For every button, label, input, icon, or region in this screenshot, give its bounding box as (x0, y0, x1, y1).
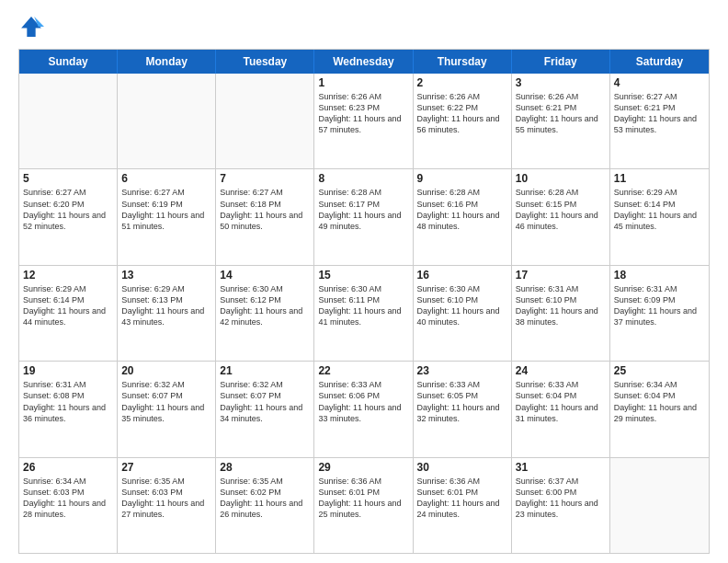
day-header-wednesday: Wednesday (314, 50, 413, 74)
logo (18, 14, 48, 40)
day-info: Sunrise: 6:30 AMSunset: 6:11 PMDaylight:… (318, 283, 408, 328)
day-info: Sunrise: 6:27 AMSunset: 6:20 PMDaylight:… (23, 187, 113, 232)
day-cell-19: 19Sunrise: 6:31 AMSunset: 6:08 PMDayligh… (19, 362, 118, 456)
day-number: 26 (23, 461, 113, 474)
header (18, 14, 710, 40)
day-info: Sunrise: 6:34 AMSunset: 6:04 PMDaylight:… (614, 379, 705, 424)
day-number: 12 (23, 269, 113, 282)
day-number: 27 (121, 461, 211, 474)
day-number: 17 (516, 269, 606, 282)
day-info: Sunrise: 6:28 AMSunset: 6:15 PMDaylight:… (516, 187, 606, 232)
day-number: 28 (220, 461, 310, 474)
day-cell-26: 26Sunrise: 6:34 AMSunset: 6:03 PMDayligh… (19, 458, 118, 553)
day-info: Sunrise: 6:26 AMSunset: 6:22 PMDaylight:… (417, 91, 507, 136)
day-info: Sunrise: 6:31 AMSunset: 6:08 PMDaylight:… (23, 379, 113, 424)
week-3: 12Sunrise: 6:29 AMSunset: 6:14 PMDayligh… (19, 265, 709, 361)
day-cell-8: 8Sunrise: 6:28 AMSunset: 6:17 PMDaylight… (314, 169, 413, 264)
weeks: 1Sunrise: 6:26 AMSunset: 6:23 PMDaylight… (19, 74, 709, 553)
day-header-thursday: Thursday (414, 50, 512, 74)
week-5: 26Sunrise: 6:34 AMSunset: 6:03 PMDayligh… (19, 457, 709, 553)
day-header-saturday: Saturday (610, 50, 709, 74)
week-1: 1Sunrise: 6:26 AMSunset: 6:23 PMDaylight… (19, 74, 709, 168)
day-cell-12: 12Sunrise: 6:29 AMSunset: 6:14 PMDayligh… (19, 266, 118, 361)
day-info: Sunrise: 6:27 AMSunset: 6:18 PMDaylight:… (220, 187, 310, 232)
day-cell-25: 25Sunrise: 6:34 AMSunset: 6:04 PMDayligh… (610, 362, 709, 456)
day-number: 4 (614, 76, 705, 89)
day-cell-9: 9Sunrise: 6:28 AMSunset: 6:16 PMDaylight… (414, 169, 512, 264)
day-number: 30 (417, 461, 507, 474)
day-number: 5 (23, 172, 113, 185)
day-number: 6 (121, 172, 211, 185)
day-cell-7: 7Sunrise: 6:27 AMSunset: 6:18 PMDaylight… (216, 169, 314, 264)
day-info: Sunrise: 6:26 AMSunset: 6:23 PMDaylight:… (318, 91, 408, 136)
day-number: 20 (121, 364, 211, 377)
day-number: 14 (220, 269, 310, 282)
day-number: 15 (318, 269, 408, 282)
logo-icon (18, 14, 44, 40)
day-number: 7 (220, 172, 310, 185)
day-number: 8 (318, 172, 408, 185)
day-info: Sunrise: 6:30 AMSunset: 6:10 PMDaylight:… (417, 283, 507, 328)
day-info: Sunrise: 6:33 AMSunset: 6:06 PMDaylight:… (318, 379, 408, 424)
day-cell-23: 23Sunrise: 6:33 AMSunset: 6:05 PMDayligh… (414, 362, 512, 456)
day-info: Sunrise: 6:32 AMSunset: 6:07 PMDaylight:… (220, 379, 310, 424)
day-cell-15: 15Sunrise: 6:30 AMSunset: 6:11 PMDayligh… (314, 266, 413, 361)
week-4: 19Sunrise: 6:31 AMSunset: 6:08 PMDayligh… (19, 361, 709, 456)
page: SundayMondayTuesdayWednesdayThursdayFrid… (0, 0, 728, 563)
day-cell-18: 18Sunrise: 6:31 AMSunset: 6:09 PMDayligh… (610, 266, 709, 361)
day-cell-11: 11Sunrise: 6:29 AMSunset: 6:14 PMDayligh… (610, 169, 709, 264)
day-cell-31: 31Sunrise: 6:37 AMSunset: 6:00 PMDayligh… (512, 458, 610, 553)
day-number: 2 (417, 76, 507, 89)
day-number: 19 (23, 364, 113, 377)
day-number: 23 (417, 364, 507, 377)
day-cell-14: 14Sunrise: 6:30 AMSunset: 6:12 PMDayligh… (216, 266, 314, 361)
day-info: Sunrise: 6:32 AMSunset: 6:07 PMDaylight:… (121, 379, 211, 424)
day-cell-27: 27Sunrise: 6:35 AMSunset: 6:03 PMDayligh… (118, 458, 216, 553)
day-cell-empty (19, 74, 118, 168)
day-info: Sunrise: 6:33 AMSunset: 6:04 PMDaylight:… (516, 379, 606, 424)
day-cell-17: 17Sunrise: 6:31 AMSunset: 6:10 PMDayligh… (512, 266, 610, 361)
day-info: Sunrise: 6:28 AMSunset: 6:16 PMDaylight:… (417, 187, 507, 232)
day-info: Sunrise: 6:29 AMSunset: 6:14 PMDaylight:… (614, 187, 705, 232)
day-number: 18 (614, 269, 705, 282)
day-cell-29: 29Sunrise: 6:36 AMSunset: 6:01 PMDayligh… (314, 458, 413, 553)
day-info: Sunrise: 6:33 AMSunset: 6:05 PMDaylight:… (417, 379, 507, 424)
day-info: Sunrise: 6:31 AMSunset: 6:09 PMDaylight:… (614, 283, 705, 328)
day-info: Sunrise: 6:29 AMSunset: 6:14 PMDaylight:… (23, 283, 113, 328)
day-info: Sunrise: 6:30 AMSunset: 6:12 PMDaylight:… (220, 283, 310, 328)
day-info: Sunrise: 6:36 AMSunset: 6:01 PMDaylight:… (318, 476, 408, 521)
day-cell-22: 22Sunrise: 6:33 AMSunset: 6:06 PMDayligh… (314, 362, 413, 456)
day-number: 13 (121, 269, 211, 282)
day-header-monday: Monday (118, 50, 216, 74)
day-cell-5: 5Sunrise: 6:27 AMSunset: 6:20 PMDaylight… (19, 169, 118, 264)
day-cell-24: 24Sunrise: 6:33 AMSunset: 6:04 PMDayligh… (512, 362, 610, 456)
day-cell-1: 1Sunrise: 6:26 AMSunset: 6:23 PMDaylight… (314, 74, 413, 168)
day-cell-4: 4Sunrise: 6:27 AMSunset: 6:21 PMDaylight… (610, 74, 709, 168)
day-number: 3 (516, 76, 606, 89)
day-cell-empty (610, 458, 709, 553)
week-2: 5Sunrise: 6:27 AMSunset: 6:20 PMDaylight… (19, 168, 709, 264)
day-info: Sunrise: 6:34 AMSunset: 6:03 PMDaylight:… (23, 476, 113, 521)
day-cell-empty (118, 74, 216, 168)
day-number: 16 (417, 269, 507, 282)
day-info: Sunrise: 6:35 AMSunset: 6:02 PMDaylight:… (220, 476, 310, 521)
day-cell-6: 6Sunrise: 6:27 AMSunset: 6:19 PMDaylight… (118, 169, 216, 264)
day-cell-2: 2Sunrise: 6:26 AMSunset: 6:22 PMDaylight… (414, 74, 512, 168)
day-header-sunday: Sunday (19, 50, 118, 74)
day-cell-16: 16Sunrise: 6:30 AMSunset: 6:10 PMDayligh… (414, 266, 512, 361)
day-cell-21: 21Sunrise: 6:32 AMSunset: 6:07 PMDayligh… (216, 362, 314, 456)
day-number: 21 (220, 364, 310, 377)
day-number: 22 (318, 364, 408, 377)
day-cell-empty (216, 74, 314, 168)
day-header-friday: Friday (512, 50, 610, 74)
day-number: 11 (614, 172, 705, 185)
day-number: 31 (516, 461, 606, 474)
day-number: 24 (516, 364, 606, 377)
day-info: Sunrise: 6:35 AMSunset: 6:03 PMDaylight:… (121, 476, 211, 521)
day-cell-13: 13Sunrise: 6:29 AMSunset: 6:13 PMDayligh… (118, 266, 216, 361)
day-header-tuesday: Tuesday (216, 50, 314, 74)
day-number: 25 (614, 364, 705, 377)
day-info: Sunrise: 6:37 AMSunset: 6:00 PMDaylight:… (516, 476, 606, 521)
day-number: 10 (516, 172, 606, 185)
day-info: Sunrise: 6:29 AMSunset: 6:13 PMDaylight:… (121, 283, 211, 328)
